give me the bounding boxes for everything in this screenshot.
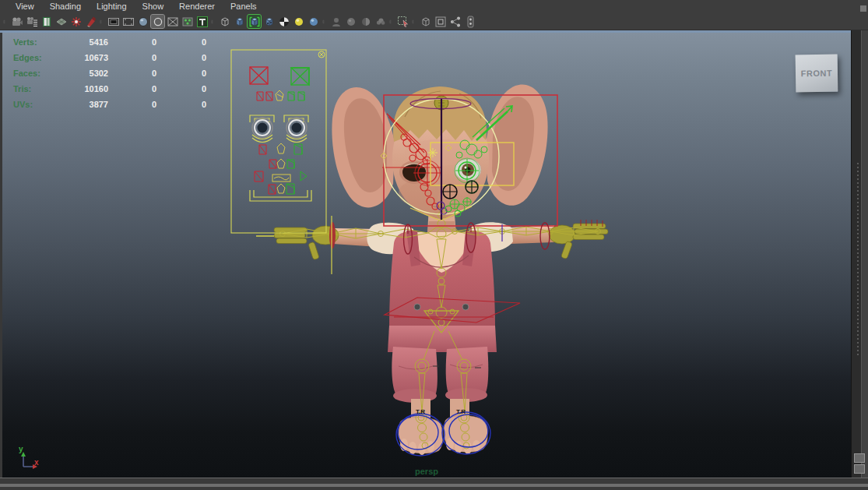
gate-mask-icon[interactable] <box>136 15 149 28</box>
front-image-plane-label: FRONT <box>801 69 833 79</box>
right-panel-strip <box>851 30 868 478</box>
use-all-lights-icon[interactable] <box>277 15 290 28</box>
panel-menu-bar: ViewShadingLightingShowRendererPanels <box>0 0 868 13</box>
textured-icon[interactable] <box>262 15 276 28</box>
field-chart-icon[interactable] <box>151 15 164 28</box>
hud-label-verts: Verts: <box>13 37 63 47</box>
toolbar-separator[interactable] <box>100 16 104 27</box>
paint-effects-icon[interactable] <box>84 15 97 28</box>
hud-value-edges-total: 10673 <box>63 53 108 62</box>
shaded-icon[interactable] <box>233 15 246 28</box>
light-icon[interactable] <box>69 15 83 28</box>
safe-action-icon[interactable] <box>166 15 179 28</box>
isolate-head-icon[interactable] <box>329 15 343 28</box>
strip-button-bottom[interactable] <box>854 464 865 474</box>
menu-renderer[interactable]: Renderer <box>171 0 223 13</box>
hud-value-edges-col2: 0 <box>108 53 156 62</box>
hud-value-faces-total: 5302 <box>63 69 108 78</box>
bottom-bar <box>0 478 868 490</box>
connections-icon[interactable] <box>448 15 462 28</box>
window-corner-mark <box>860 5 866 12</box>
heads-up-display: Verts:541600Edges:1067300Faces:530200Tri… <box>13 34 206 112</box>
default-lighting-icon[interactable] <box>292 15 305 28</box>
timeline-divider[interactable] <box>0 484 868 487</box>
toolbar-separator[interactable] <box>412 16 416 27</box>
plugin-cube-icon[interactable] <box>419 15 432 28</box>
hud-label-uvs: UVs: <box>13 100 63 109</box>
menu-shading[interactable]: Shading <box>42 0 89 13</box>
image-plane-icon[interactable] <box>54 15 68 28</box>
hud-value-verts-col3: 0 <box>156 37 206 47</box>
hud-value-tris-col2: 0 <box>108 84 156 93</box>
hud-value-uvs-total: 3877 <box>63 100 108 109</box>
maya-viewport-window: ViewShadingLightingShowRendererPanels <box>0 0 868 490</box>
toolbar-separator[interactable] <box>3 16 8 27</box>
hud-value-tris-col3: 0 <box>156 84 206 93</box>
picker-close-icon[interactable] <box>318 51 325 58</box>
toolbar-separator[interactable] <box>322 16 327 27</box>
hud-label-tris: Tris: <box>13 84 63 93</box>
select-object-icon[interactable] <box>396 15 409 28</box>
menu-show[interactable]: Show <box>135 0 172 13</box>
camera-attributes-icon[interactable] <box>25 15 38 28</box>
isolate-sphere-icon[interactable] <box>344 15 357 28</box>
view-axis-indicator: y x <box>19 445 39 469</box>
text-tool-icon[interactable] <box>195 15 209 28</box>
shadows-icon[interactable] <box>307 15 320 28</box>
isolate-half-icon[interactable] <box>359 15 372 28</box>
hud-value-faces-col3: 0 <box>156 69 206 78</box>
resolution-gate-icon[interactable] <box>121 15 135 28</box>
select-camera-icon[interactable] <box>10 15 23 28</box>
frame-icon[interactable] <box>434 15 447 28</box>
safe-title-icon[interactable] <box>181 15 194 28</box>
hud-value-uvs-col2: 0 <box>108 100 156 109</box>
bookmarks-icon[interactable] <box>40 15 53 28</box>
end-clamp-icon[interactable] <box>463 15 476 28</box>
front-image-plane[interactable]: FRONT <box>796 55 838 93</box>
camera-name-label: persp <box>415 467 438 476</box>
axis-y-label: y <box>19 445 23 453</box>
left-foot-tag: T.R <box>416 408 425 415</box>
window-edge <box>861 30 868 478</box>
hud-value-edges-col3: 0 <box>156 53 206 62</box>
menu-panels[interactable]: Panels <box>223 0 265 13</box>
hud-label-faces: Faces: <box>13 69 63 78</box>
right-foot-tag: T.R <box>456 408 466 415</box>
menu-lighting[interactable]: Lighting <box>89 0 135 13</box>
facial-picker-panel[interactable] <box>231 50 326 233</box>
panel-grip-texture <box>857 163 859 358</box>
menu-view[interactable]: View <box>8 0 42 13</box>
perspective-viewport[interactable]: T.R T.R <box>2 33 851 478</box>
panel-toolbar <box>0 13 868 30</box>
toolbar-separator[interactable] <box>211 16 216 27</box>
strip-button-top[interactable] <box>854 453 865 463</box>
hud-label-edges: Edges: <box>13 53 63 62</box>
hud-value-tris-total: 10160 <box>63 84 108 93</box>
hud-value-verts-total: 5416 <box>63 37 108 47</box>
wireframe-icon[interactable] <box>218 15 231 28</box>
hud-value-faces-col2: 0 <box>108 69 156 78</box>
axis-x-label: x <box>34 458 39 467</box>
hud-value-uvs-col3: 0 <box>156 100 206 109</box>
hud-value-verts-col2: 0 <box>108 37 156 47</box>
toolbar-separator[interactable] <box>389 16 394 27</box>
wireframe-on-shaded-icon[interactable] <box>248 15 261 28</box>
film-gate-icon[interactable] <box>107 15 120 28</box>
isolate-cloud-icon[interactable] <box>374 15 387 28</box>
